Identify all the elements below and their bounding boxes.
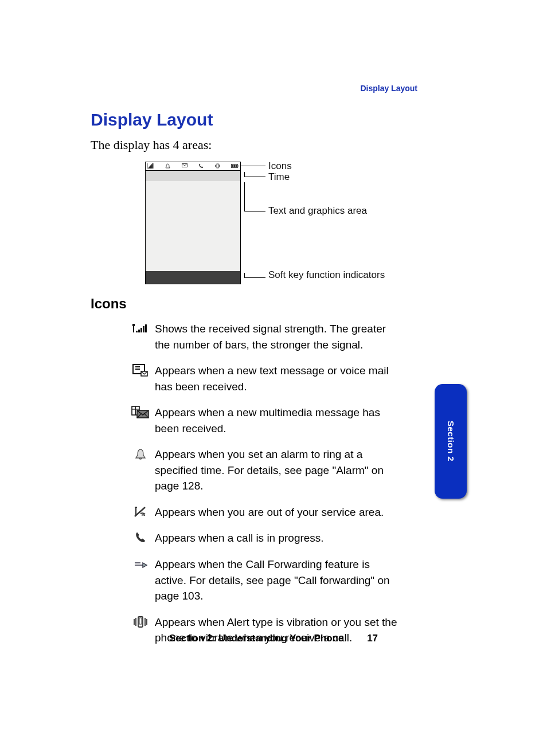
vibration-icon (215, 163, 220, 170)
call-in-progress-icon (126, 530, 155, 545)
svg-rect-7 (136, 331, 138, 332)
message-icon (126, 363, 155, 378)
list-item: Appears when you are out of your service… (126, 504, 401, 520)
no-service-icon (126, 504, 155, 519)
list-item: Appears when a new text message or voice… (126, 363, 401, 394)
page-number: 17 (367, 633, 378, 644)
svg-rect-11 (145, 324, 147, 332)
page: Display Layout Display Layout The displa… (0, 0, 547, 756)
section-side-tab-label: Section 2 (446, 421, 456, 461)
diagram-icons-bar (146, 162, 240, 171)
svg-rect-6 (235, 165, 237, 167)
svg-rect-4 (232, 165, 233, 167)
footer-section: Section 2: Understanding Your Phone (169, 633, 343, 644)
svg-rect-9 (140, 328, 142, 332)
page-footer: Section 2: Understanding Your Phone 17 (0, 633, 547, 644)
intro-text: The display has 4 areas: (91, 138, 212, 152)
list-item: Appears when a call is in progress. (126, 530, 401, 546)
icon-description: Appears when you set an alarm to ring at… (155, 446, 401, 494)
icon-description: Appears when the Call Forwarding feature… (155, 557, 401, 604)
signal-strength-icon (126, 321, 155, 336)
callout-line (244, 211, 265, 211)
callout-line (244, 182, 245, 211)
page-title: Display Layout (91, 110, 213, 130)
mms-icon (126, 405, 155, 420)
svg-rect-5 (233, 165, 235, 167)
svg-rect-22 (139, 618, 142, 624)
callout-line (244, 177, 265, 177)
list-item: Appears when you set an alarm to ring at… (126, 446, 401, 494)
running-head: Display Layout (360, 84, 417, 93)
signal-strength-icon (147, 163, 154, 170)
message-icon (182, 163, 187, 169)
icons-heading: Icons (91, 296, 127, 312)
callout-time-label: Time (268, 171, 290, 183)
svg-rect-8 (138, 330, 140, 332)
alarm-icon (126, 446, 155, 461)
icon-description: Appears when you are out of your service… (155, 504, 384, 520)
callout-textarea-label: Text and graphics area (268, 205, 367, 217)
icon-description: Appears when a new text message or voice… (155, 363, 401, 394)
icon-description: Appears when a call is in progress. (155, 530, 324, 546)
vibration-icon (126, 614, 155, 629)
icon-list: Shows the received signal strength. The … (126, 321, 401, 656)
callout-icons-label: Icons (268, 160, 292, 172)
svg-rect-10 (143, 326, 144, 332)
diagram-softkey-bar (146, 271, 240, 284)
icon-description: Appears when a new multimedia message ha… (155, 405, 401, 436)
display-diagram (145, 162, 241, 284)
svg-rect-1 (217, 164, 218, 168)
svg-rect-3 (237, 165, 238, 167)
call-in-progress-icon (198, 163, 204, 170)
list-item: Appears when a new multimedia message ha… (126, 405, 401, 436)
callout-line (244, 172, 245, 177)
list-item: Appears when the Call Forwarding feature… (126, 557, 401, 604)
svg-rect-21 (138, 617, 143, 627)
icon-description: Shows the received signal strength. The … (155, 321, 401, 352)
battery-icon (231, 163, 239, 169)
callout-line (240, 166, 265, 166)
callout-line (244, 273, 245, 277)
diagram-time-bar (146, 171, 240, 181)
section-side-tab: Section 2 (435, 384, 467, 499)
alarm-icon (165, 163, 170, 170)
call-forwarding-icon (126, 557, 155, 571)
list-item: Shows the received signal strength. The … (126, 321, 401, 352)
callout-softkeys-label: Soft key function indicators (268, 269, 385, 281)
callout-line (244, 277, 265, 278)
